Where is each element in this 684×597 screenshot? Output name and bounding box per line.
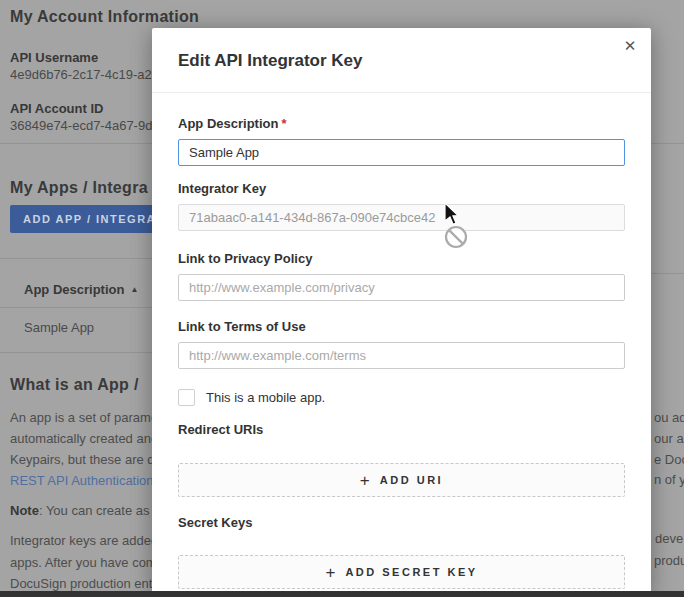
modal-title: Edit API Integrator Key	[178, 51, 363, 71]
rest-api-authentication-link[interactable]: REST API Authentication	[10, 473, 154, 488]
api-account-id-value: 36849e74-ecd7-4a67-9d	[10, 118, 152, 133]
bottom-bar	[0, 591, 684, 597]
note-text: : You can create as	[39, 503, 150, 518]
add-uri-button-label: ADD URI	[380, 474, 443, 486]
apps-section-heading: My Apps / Integra	[10, 179, 148, 197]
table-top-divider	[0, 258, 152, 259]
api-username-value: 4e9d6b76-2c17-4c19-a2	[10, 67, 152, 82]
mobile-app-checkbox-row: This is a mobile app.	[178, 389, 625, 406]
mobile-app-checkbox[interactable]	[178, 389, 195, 406]
table-header-divider	[0, 307, 152, 308]
note-line: Note: You can create as	[10, 503, 149, 518]
what-is-app-heading: What is an App /	[10, 376, 139, 394]
note-label: Note	[10, 503, 39, 518]
sort-ascending-icon: ▲	[130, 285, 138, 294]
privacy-policy-input[interactable]	[178, 274, 625, 301]
api-username-label: API Username	[10, 50, 98, 65]
app-description-label-text: App Description	[178, 116, 278, 131]
right-text-fragment: produ	[654, 553, 684, 568]
api-account-id-label: API Account ID	[10, 101, 103, 116]
intro-paragraph-line: Keypairs, but these are d	[10, 452, 155, 467]
right-text-fragment: ou ad	[654, 410, 684, 425]
right-text-fragment: deve	[655, 531, 683, 546]
redirect-uris-label: Redirect URIs	[178, 422, 625, 437]
right-text-fragment: e Docu	[654, 452, 684, 467]
intro-paragraph-line: automatically created and	[10, 431, 158, 446]
privacy-policy-label: Link to Privacy Policy	[178, 251, 625, 266]
plus-icon: +	[325, 564, 335, 581]
screen: My Account Information API Username 4e9d…	[0, 0, 684, 597]
right-text-fragment: our ap	[654, 431, 684, 446]
keys-paragraph-line: DocuSign production ent	[10, 576, 152, 591]
modal-body: App Description* Integrator Key Link to …	[152, 116, 651, 589]
integrator-key-label: Integrator Key	[178, 181, 625, 196]
integrator-key-input	[178, 204, 625, 231]
add-secret-key-button-label: ADD SECRET KEY	[345, 566, 477, 578]
table-row-sample-app[interactable]: Sample App	[24, 320, 94, 335]
terms-of-use-label: Link to Terms of Use	[178, 319, 625, 334]
right-text-fragment: n of yo	[654, 472, 684, 487]
table-header-app-description[interactable]: App Description▲	[24, 280, 138, 298]
keys-paragraph-line: apps. After you have com	[10, 555, 157, 570]
modal-header: Edit API Integrator Key ✕	[152, 28, 651, 93]
secret-keys-label: Secret Keys	[178, 515, 625, 530]
add-secret-key-button[interactable]: + ADD SECRET KEY	[178, 555, 625, 589]
mobile-app-checkbox-label: This is a mobile app.	[206, 390, 325, 405]
page-title: My Account Information	[10, 8, 199, 26]
intro-paragraph-line: An app is a set of parame	[10, 410, 158, 425]
what-section-divider	[0, 352, 152, 353]
required-asterisk: *	[281, 116, 286, 131]
right-table-divider	[651, 273, 684, 274]
terms-of-use-input[interactable]	[178, 342, 625, 369]
app-description-label: App Description*	[178, 116, 625, 131]
add-app-integrator-key-button[interactable]: ADD APP / INTEGRAT	[10, 205, 170, 233]
close-icon[interactable]: ✕	[618, 34, 642, 58]
app-description-input[interactable]	[178, 139, 625, 166]
add-uri-button[interactable]: + ADD URI	[178, 463, 625, 497]
table-header-label: App Description	[24, 282, 124, 297]
edit-api-integrator-key-modal: Edit API Integrator Key ✕ App Descriptio…	[152, 28, 651, 597]
keys-paragraph-line: Integrator keys are added	[10, 533, 158, 548]
plus-icon: +	[360, 472, 370, 489]
